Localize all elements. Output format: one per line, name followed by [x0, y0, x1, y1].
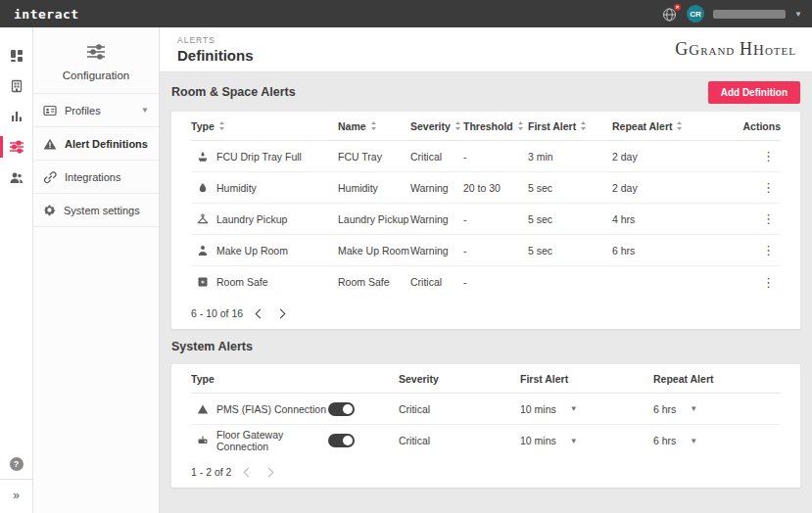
help-button[interactable]: ?: [10, 457, 24, 471]
table-row: Make Up RoomMake Up RoomWarning-5 sec6 h…: [191, 235, 781, 266]
repeat-alert-dropdown[interactable]: 6 hrs▼: [653, 403, 781, 415]
user-name-redacted: [713, 10, 786, 19]
column-label: Name: [338, 120, 366, 132]
row-actions-menu-icon[interactable]: ⋮: [740, 180, 781, 195]
column-header-actions: Actions: [740, 120, 781, 132]
first-alert-dropdown[interactable]: 10 mins▼: [520, 435, 653, 446]
chevron-down-icon: ▼: [690, 404, 697, 413]
table-row: Floor Gateway ConnectionCritical10 mins▼…: [191, 425, 781, 456]
column-label: Actions: [742, 120, 781, 132]
system-next-page-icon[interactable]: [264, 467, 274, 477]
rail-item-users[interactable]: [0, 163, 33, 192]
page-title: Definitions: [177, 47, 254, 64]
sort-icon: [218, 121, 225, 130]
drip-tray-icon: [197, 151, 209, 163]
threshold-cell: -: [463, 213, 528, 225]
column-label: Severity: [410, 120, 451, 132]
sort-icon: [676, 121, 683, 130]
room-next-page-icon[interactable]: [276, 308, 286, 318]
reports-icon: [10, 110, 24, 123]
dropdown-value: 6 hrs: [653, 403, 676, 415]
column-header-name[interactable]: Name: [338, 120, 410, 132]
sidebar-item-alert-definitions[interactable]: Alert Definitions: [33, 127, 159, 161]
sidebar-header: Configuration: [33, 27, 159, 94]
droplet-icon: [197, 182, 209, 194]
table-row: Room SafeRoom SafeCritical-⋮: [191, 266, 781, 298]
row-actions-menu-icon[interactable]: ⋮: [740, 243, 781, 257]
system-alerts-table: TypeSeverityFirst AlertRepeat Alert PMS …: [171, 364, 800, 488]
main-panel: ALERTS Definitions GGrand HHotel Room & …: [160, 27, 812, 513]
app-logo[interactable]: interact: [14, 7, 79, 22]
type-label: Make Up Room: [216, 245, 288, 256]
sort-icon: [370, 121, 377, 130]
hotel-brand-logo: GGrand HHotel: [675, 39, 796, 60]
icon-rail: ?»: [0, 27, 33, 513]
table-row: HumidityHumidityWarning20 to 305 sec2 da…: [191, 172, 781, 204]
name-cell: Laundry Pickup: [338, 213, 410, 225]
repeat-alert-cell: 6 hrs: [612, 245, 740, 256]
repeat-alert-dropdown[interactable]: 6 hrs▼: [653, 435, 781, 446]
column-label: First Alert: [520, 373, 568, 385]
dropdown-value: 10 mins: [520, 403, 556, 415]
column-header-repeat-alert[interactable]: Repeat Alert: [612, 120, 740, 132]
enable-toggle[interactable]: [328, 434, 355, 447]
column-header-severity[interactable]: Severity: [410, 120, 463, 132]
column-header-type[interactable]: Type: [191, 120, 338, 132]
row-actions-menu-icon[interactable]: ⋮: [740, 211, 781, 226]
dashboard-icon: [10, 49, 24, 63]
sort-icon: [580, 121, 587, 130]
room-pagination-label: 6 - 10 of 16: [191, 307, 243, 319]
configuration-icon: [9, 140, 24, 154]
rail-item-reports[interactable]: [0, 102, 33, 131]
chevron-down-icon: ▼: [141, 106, 149, 115]
sidebar-item-label: Profiles: [65, 105, 133, 117]
column-header-first-alert[interactable]: First Alert: [528, 120, 612, 132]
configuration-sidebar: Configuration Profiles▼Alert Definitions…: [33, 27, 160, 513]
expand-sidebar-button[interactable]: »: [0, 484, 32, 507]
globe-alert-badge: ✕: [674, 4, 681, 11]
first-alert-cell: 3 min: [528, 151, 612, 163]
row-actions-menu-icon[interactable]: ⋮: [740, 275, 781, 290]
app-window: interact ✕ CR ▼ ?»: [0, 0, 812, 513]
rail-item-configuration[interactable]: [0, 132, 33, 162]
sidebar-item-integrations[interactable]: Integrations: [33, 161, 159, 194]
system-prev-page-icon[interactable]: [244, 467, 254, 477]
table-row: Laundry PickupLaundry PickupWarning-5 se…: [191, 204, 781, 235]
rail-item-dashboard[interactable]: [0, 41, 33, 70]
repeat-alert-cell: 2 day: [612, 182, 740, 194]
severity-cell: Critical: [399, 403, 520, 415]
page-header: ALERTS Definitions GGrand HHotel: [160, 27, 812, 72]
language-globe-icon[interactable]: ✕: [661, 6, 678, 23]
first-alert-dropdown[interactable]: 10 mins▼: [520, 403, 653, 415]
chevron-down-icon: ▼: [690, 437, 697, 445]
room-prev-page-icon[interactable]: [256, 308, 265, 318]
sliders-icon: [85, 43, 107, 61]
table-row: PMS (FIAS) ConnectionCritical10 mins▼6 h…: [191, 394, 781, 425]
enable-toggle[interactable]: [328, 402, 355, 416]
row-actions-menu-icon[interactable]: ⋮: [740, 149, 781, 163]
severity-cell: Warning: [410, 213, 463, 225]
column-header-threshold[interactable]: Threshold: [463, 120, 528, 132]
column-label: First Alert: [528, 120, 576, 132]
column-label: Threshold: [463, 120, 513, 132]
column-label: Type: [191, 120, 215, 132]
severity-cell: Critical: [410, 276, 463, 288]
dropdown-value: 6 hrs: [653, 435, 676, 446]
type-label: PMS (FIAS) Connection: [216, 403, 326, 415]
first-alert-cell: 5 sec: [528, 213, 612, 225]
rail-item-sites[interactable]: [0, 71, 33, 101]
name-cell: FCU Tray: [338, 151, 410, 163]
sites-icon: [10, 79, 24, 93]
add-definition-button[interactable]: Add Definition: [708, 81, 800, 104]
sidebar-item-profiles[interactable]: Profiles▼: [33, 94, 159, 127]
avatar[interactable]: CR: [687, 5, 704, 23]
severity-cell: Critical: [399, 435, 520, 446]
type-label: Floor Gateway Connection: [216, 429, 328, 452]
system-pagination-label: 1 - 2 of 2: [191, 466, 231, 478]
hanger-icon: [197, 213, 209, 225]
type-label: Room Safe: [216, 276, 268, 288]
users-icon: [9, 171, 24, 184]
sidebar-item-system-settings[interactable]: System settings: [33, 194, 159, 227]
repeat-alert-cell: 4 hrs: [612, 213, 740, 225]
user-menu-chevron-down-icon[interactable]: ▼: [794, 10, 802, 19]
